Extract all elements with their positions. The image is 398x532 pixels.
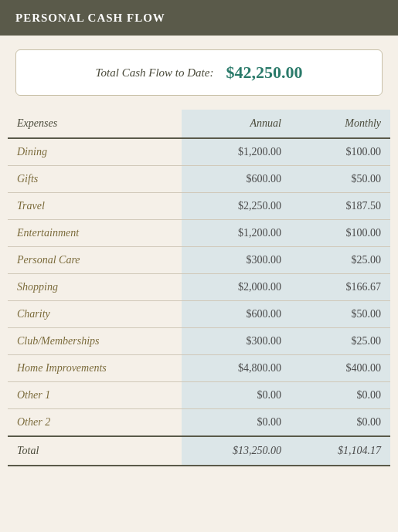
cell-annual: $300.00: [182, 328, 290, 355]
cell-annual: $1,200.00: [182, 138, 290, 166]
table-row: Shopping$2,000.00$166.67: [8, 274, 390, 301]
cell-monthly: $0.00: [291, 382, 390, 409]
cell-annual: $4,800.00: [182, 355, 290, 382]
col-header-annual: Annual: [182, 110, 290, 138]
cell-annual: $300.00: [182, 247, 290, 274]
cell-monthly: $100.00: [291, 138, 390, 166]
cell-annual: $1,200.00: [182, 220, 290, 247]
col-header-monthly: Monthly: [291, 110, 390, 138]
table-row: Charity$600.00$50.00: [8, 301, 390, 328]
cell-monthly: $187.50: [291, 193, 390, 220]
cell-monthly: $50.00: [291, 301, 390, 328]
table-row: Dining$1,200.00$100.00: [8, 138, 390, 166]
table-row: Other 2$0.00$0.00: [8, 409, 390, 437]
total-card: Total Cash Flow to Date: $42,250.00: [15, 49, 383, 96]
table-row: Entertainment$1,200.00$100.00: [8, 220, 390, 247]
table-row: Home Improvements$4,800.00$400.00: [8, 355, 390, 382]
expenses-table-section: Expenses Annual Monthly Dining$1,200.00$…: [8, 110, 390, 466]
expenses-table: Expenses Annual Monthly Dining$1,200.00$…: [8, 110, 390, 466]
table-footer-row: Total $13,250.00 $1,104.17: [8, 436, 390, 466]
footer-monthly: $1,104.17: [291, 436, 390, 466]
cell-expense: Other 2: [8, 409, 182, 437]
cell-annual: $600.00: [182, 166, 290, 193]
cell-expense: Dining: [8, 138, 182, 166]
cell-expense: Shopping: [8, 274, 182, 301]
table-body: Dining$1,200.00$100.00Gifts$600.00$50.00…: [8, 138, 390, 436]
cell-expense: Entertainment: [8, 220, 182, 247]
footer-annual: $13,250.00: [182, 436, 290, 466]
table-row: Travel$2,250.00$187.50: [8, 193, 390, 220]
page-header: PERSONAL CASH FLOW: [0, 0, 398, 36]
cell-expense: Club/Memberships: [8, 328, 182, 355]
page-title: PERSONAL CASH FLOW: [15, 12, 165, 24]
cell-monthly: $0.00: [291, 409, 390, 437]
cell-monthly: $50.00: [291, 166, 390, 193]
cell-monthly: $100.00: [291, 220, 390, 247]
cell-annual: $2,250.00: [182, 193, 290, 220]
cell-monthly: $166.67: [291, 274, 390, 301]
cell-monthly: $25.00: [291, 328, 390, 355]
table-row: Club/Memberships$300.00$25.00: [8, 328, 390, 355]
cell-annual: $600.00: [182, 301, 290, 328]
cell-monthly: $25.00: [291, 247, 390, 274]
table-row: Other 1$0.00$0.00: [8, 382, 390, 409]
cell-annual: $0.00: [182, 409, 290, 437]
col-header-expenses: Expenses: [8, 110, 182, 138]
cell-expense: Charity: [8, 301, 182, 328]
cell-expense: Home Improvements: [8, 355, 182, 382]
table-row: Personal Care$300.00$25.00: [8, 247, 390, 274]
cell-monthly: $400.00: [291, 355, 390, 382]
table-header-row: Expenses Annual Monthly: [8, 110, 390, 138]
cell-annual: $2,000.00: [182, 274, 290, 301]
cell-expense: Gifts: [8, 166, 182, 193]
cell-expense: Personal Care: [8, 247, 182, 274]
footer-label: Total: [8, 436, 182, 466]
cell-expense: Travel: [8, 193, 182, 220]
table-row: Gifts$600.00$50.00: [8, 166, 390, 193]
cell-expense: Other 1: [8, 382, 182, 409]
cell-annual: $0.00: [182, 382, 290, 409]
total-value: $42,250.00: [226, 63, 302, 83]
total-label: Total Cash Flow to Date:: [96, 66, 214, 80]
